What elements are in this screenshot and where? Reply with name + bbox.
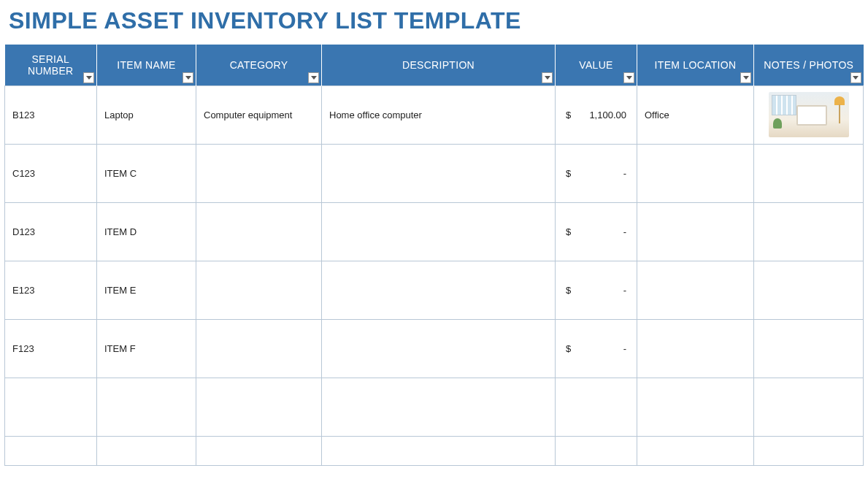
value-amount: 1,100.00	[589, 110, 626, 120]
col-header-label: SERIAL NUMBER	[28, 53, 73, 77]
cell-value[interactable]: $-	[556, 202, 637, 261]
col-header-label: VALUE	[579, 59, 612, 71]
col-header-location: ITEM LOCATION	[637, 45, 754, 85]
cell-notes[interactable]	[754, 378, 864, 436]
cell-location[interactable]	[637, 144, 754, 202]
col-header-value: VALUE	[556, 45, 637, 85]
table-row	[5, 378, 864, 436]
cell-notes[interactable]	[754, 436, 864, 465]
value-amount: -	[623, 343, 626, 354]
inventory-table: SERIAL NUMBER ITEM NAME CATEGORY DESCRIP…	[4, 45, 864, 466]
currency-symbol: $	[566, 110, 571, 120]
cell-serial[interactable]: B123	[5, 85, 97, 144]
filter-dropdown-icon[interactable]	[740, 72, 751, 83]
table-row: D123ITEM D$-	[5, 202, 864, 261]
cell-itemname[interactable]: ITEM F	[97, 319, 196, 378]
table-row: B123LaptopComputer equipmentHome office …	[5, 85, 864, 144]
cell-description[interactable]	[322, 319, 556, 378]
cell-description[interactable]	[322, 436, 556, 465]
cell-location[interactable]	[637, 202, 754, 261]
cell-value[interactable]	[556, 436, 637, 465]
cell-serial[interactable]	[5, 378, 97, 436]
cell-notes[interactable]	[754, 261, 864, 319]
table-row: C123ITEM C$-	[5, 144, 864, 202]
cell-notes[interactable]	[754, 202, 864, 261]
filter-dropdown-icon[interactable]	[542, 72, 553, 83]
page-title: SIMPLE ASSET INVENTORY LIST TEMPLATE	[0, 0, 868, 45]
cell-itemname[interactable]	[97, 378, 196, 436]
filter-dropdown-icon[interactable]	[623, 72, 634, 83]
currency-symbol: $	[566, 285, 571, 296]
cell-location[interactable]	[637, 436, 754, 465]
cell-category[interactable]: Computer equipment	[196, 85, 322, 144]
currency-symbol: $	[566, 168, 571, 179]
cell-itemname[interactable]: ITEM D	[97, 202, 196, 261]
cell-itemname[interactable]: ITEM C	[97, 144, 196, 202]
table-row	[5, 436, 864, 465]
cell-location[interactable]: Office	[637, 85, 754, 144]
cell-category[interactable]	[196, 378, 322, 436]
cell-location[interactable]	[637, 261, 754, 319]
value-amount: -	[623, 168, 626, 179]
cell-itemname[interactable]: Laptop	[97, 85, 196, 144]
cell-serial[interactable]: C123	[5, 144, 97, 202]
photo-thumbnail[interactable]	[769, 92, 849, 137]
col-header-itemname: ITEM NAME	[97, 45, 196, 85]
col-header-serial: SERIAL NUMBER	[5, 45, 97, 85]
currency-symbol: $	[566, 226, 571, 237]
currency-symbol: $	[566, 343, 571, 354]
cell-category[interactable]	[196, 261, 322, 319]
filter-dropdown-icon[interactable]	[83, 72, 94, 83]
cell-itemname[interactable]	[97, 436, 196, 465]
col-header-label: NOTES / PHOTOS	[764, 59, 853, 71]
cell-location[interactable]	[637, 378, 754, 436]
col-header-label: ITEM NAME	[117, 59, 175, 71]
cell-value[interactable]: $-	[556, 261, 637, 319]
cell-description[interactable]: Home office computer	[322, 85, 556, 144]
value-amount: -	[623, 226, 626, 237]
cell-notes[interactable]	[754, 85, 864, 144]
filter-dropdown-icon[interactable]	[183, 72, 193, 83]
col-header-label: CATEGORY	[230, 59, 288, 71]
cell-description[interactable]	[322, 261, 556, 319]
cell-value[interactable]	[556, 378, 637, 436]
value-amount: -	[623, 285, 626, 296]
cell-notes[interactable]	[754, 319, 864, 378]
cell-category[interactable]	[196, 144, 322, 202]
table-row: F123ITEM F$-	[5, 319, 864, 378]
cell-serial[interactable]	[5, 436, 97, 465]
table-row: E123ITEM E$-	[5, 261, 864, 319]
cell-value[interactable]: $-	[556, 144, 637, 202]
col-header-label: DESCRIPTION	[402, 59, 475, 71]
cell-notes[interactable]	[754, 144, 864, 202]
cell-category[interactable]	[196, 202, 322, 261]
cell-description[interactable]	[322, 378, 556, 436]
cell-location[interactable]	[637, 319, 754, 378]
col-header-notes: NOTES / PHOTOS	[754, 45, 864, 85]
col-header-category: CATEGORY	[196, 45, 322, 85]
cell-serial[interactable]: E123	[5, 261, 97, 319]
cell-description[interactable]	[322, 144, 556, 202]
cell-description[interactable]	[322, 202, 556, 261]
col-header-description: DESCRIPTION	[322, 45, 556, 85]
cell-serial[interactable]: F123	[5, 319, 97, 378]
col-header-label: ITEM LOCATION	[655, 59, 737, 71]
cell-value[interactable]: $-	[556, 319, 637, 378]
cell-serial[interactable]: D123	[5, 202, 97, 261]
cell-category[interactable]	[196, 436, 322, 465]
filter-dropdown-icon[interactable]	[850, 72, 861, 83]
header-row: SERIAL NUMBER ITEM NAME CATEGORY DESCRIP…	[5, 45, 864, 85]
filter-dropdown-icon[interactable]	[308, 72, 319, 83]
cell-itemname[interactable]: ITEM E	[97, 261, 196, 319]
cell-category[interactable]	[196, 319, 322, 378]
cell-value[interactable]: $1,100.00	[556, 85, 637, 144]
